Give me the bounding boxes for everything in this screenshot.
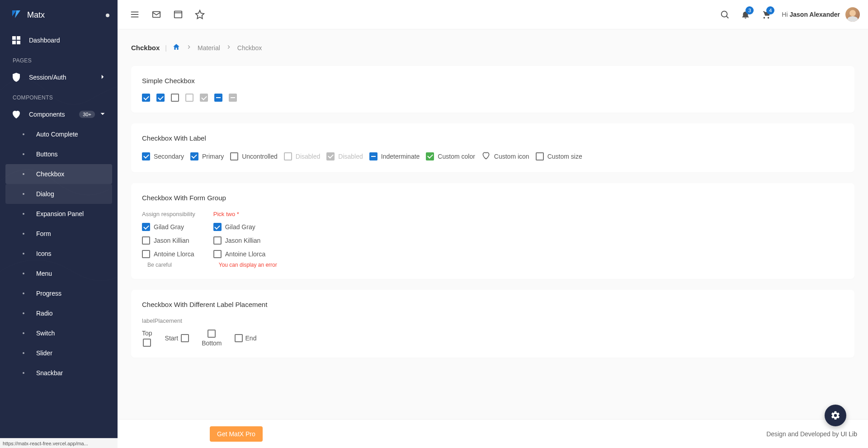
checkbox-custom-icon[interactable]: Custom icon [481,151,529,161]
checkbox-placement-start[interactable]: Start [165,334,189,342]
nav-buttons[interactable]: Buttons [5,144,112,164]
form-helper-2: You can display an error [219,262,277,268]
card-label-placement: Checkbox With Different Label Placement … [131,290,854,358]
svg-point-10 [722,11,727,17]
nav-sub-label: Checkbox [36,170,107,178]
nav-sub-label: Form [36,230,107,237]
shield-icon [11,72,22,83]
notifications-button[interactable]: 3 [736,5,755,24]
checkbox-disabled-labeled: Disabled [284,152,320,160]
nav-menu[interactable]: Menu [5,264,112,283]
user-greeting: Hi Jason Alexander [782,11,840,18]
checkbox-disabled-checked [200,94,208,102]
card-simple-checkbox: Simple Checkbox [131,66,854,113]
checkbox-gilad-2[interactable]: Gilad Gray [213,223,277,231]
checkbox-antoine-2[interactable]: Antoine Llorca [213,250,277,258]
bullet-icon [18,332,29,334]
nav-sub-label: Snackbar [36,369,107,377]
settings-fab[interactable] [825,405,846,426]
card-title: Checkbox With Label [142,134,844,142]
checkbox-secondary-labeled[interactable]: Secondary [142,152,184,160]
checkbox-custom-color[interactable]: Custom color [426,152,475,160]
checkbox-jason-2[interactable]: Jason Killian [213,236,277,245]
bullet-icon [18,153,29,155]
footer-credit-link[interactable]: UI Lib [840,430,857,438]
checkbox-gilad-1[interactable]: Gilad Gray [142,223,195,231]
breadcrumb-current: Chckbox [237,44,262,52]
web-asset-button[interactable] [169,5,187,24]
nav-components-label: Components [29,111,79,118]
checkbox-secondary[interactable] [142,94,150,102]
checkbox-disabled-checked-labeled: Disabled [326,152,363,160]
mail-button[interactable] [147,5,165,24]
checkbox-custom-size[interactable]: Custom size [536,152,582,160]
nav-snackbar[interactable]: Snackbar [5,363,112,383]
nav-dialog[interactable]: Dialog [5,184,112,204]
bullet-icon [18,292,29,294]
bullet-icon [18,312,29,314]
sidebar: Matx Dashboard PAGES Session/Auth COMPON… [0,0,118,448]
chevron-right-icon [99,73,107,82]
checkbox-uncontrolled-labeled[interactable]: Uncontrolled [230,152,278,160]
user-avatar[interactable] [845,7,860,22]
nav-switch[interactable]: Switch [5,323,112,343]
checkbox-indeterminate[interactable] [214,94,222,102]
notifications-badge: 3 [745,6,754,14]
brand-status-dot [106,14,109,17]
bullet-icon [18,193,29,195]
nav-sub-label: Icons [36,250,107,257]
nav-checkbox[interactable]: Checkbox [5,164,112,184]
nav-session-auth[interactable]: Session/Auth [5,67,112,87]
menu-toggle-button[interactable] [126,5,144,24]
star-button[interactable] [191,5,209,24]
search-button[interactable] [716,5,734,24]
checkbox-placement-top[interactable]: Top [142,330,152,347]
nav-radio[interactable]: Radio [5,303,112,323]
checkbox-jason-1[interactable]: Jason Killian [142,236,195,245]
brand-name: Matx [27,10,45,20]
checkbox-antoine-1[interactable]: Antoine Llorca [142,250,195,258]
nav-progress[interactable]: Progress [5,283,112,303]
checkbox-placement-end[interactable]: End [235,334,257,342]
checkbox-primary[interactable] [156,94,165,102]
checkbox-default[interactable] [229,94,237,102]
cart-badge: 4 [766,6,774,14]
bullet-icon [18,213,29,215]
chevron-right-icon [186,44,192,52]
nav-section-components: COMPONENTS [5,87,112,104]
nav-dashboard-label: Dashboard [29,37,107,44]
bullet-icon [18,133,29,135]
cart-button[interactable]: 4 [757,5,775,24]
nav-slider[interactable]: Slider [5,343,112,363]
checkbox-primary-labeled[interactable]: Primary [190,152,224,160]
nav-dashboard[interactable]: Dashboard [5,30,112,50]
sidebar-nav: Dashboard PAGES Session/Auth COMPONENTS … [0,30,118,448]
checkbox-indeterminate-labeled[interactable]: Indeterminate [369,152,420,160]
nav-sub-label: Expansion Panel [36,210,107,217]
svg-rect-2 [12,41,16,44]
checkbox-uncontrolled[interactable] [171,94,179,102]
card-title: Simple Checkbox [142,77,844,85]
nav-form[interactable]: Form [5,224,112,244]
browser-status-bar: https://matx-react-free.vercel.app/ma... [0,438,118,448]
topbar: 3 4 Hi Jason Alexander [118,0,868,29]
nav-auto-complete[interactable]: Auto Complete [5,124,112,144]
nav-icons[interactable]: Icons [5,244,112,264]
svg-line-11 [726,16,729,19]
breadcrumb-home-icon[interactable] [172,43,180,52]
page-title: Chckbox [131,44,160,52]
nav-expansion-panel[interactable]: Expansion Panel [5,204,112,224]
dashboard-icon [11,35,22,46]
nav-section-pages: PAGES [5,50,112,67]
card-title: Checkbox With Different Label Placement [142,301,844,308]
breadcrumb-material[interactable]: Material [198,44,220,52]
nav-components[interactable]: Components 30+ [5,104,112,124]
get-pro-button[interactable]: Get MatX Pro [210,426,263,442]
nav-sub-label: Slider [36,349,107,357]
footer: Get MatX Pro Design and Developed by UI … [118,419,868,448]
checkbox-placement-bottom[interactable]: Bottom [202,330,222,347]
bullet-icon [18,233,29,235]
bullet-icon [18,253,29,255]
brand-logo-icon [11,9,22,21]
heart-icon [11,109,22,120]
